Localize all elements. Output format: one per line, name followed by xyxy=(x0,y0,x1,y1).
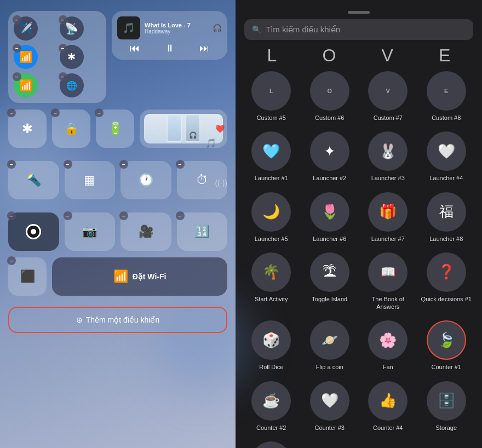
grid-item[interactable]: ✦Launcher #2 xyxy=(303,131,357,182)
heart-float: ❤️ xyxy=(215,124,225,133)
media-card: 🎵 What Is Love - 7 Haddaway 🎧 ⏮ ⏸ ⏭ xyxy=(112,11,227,60)
cellular-btn[interactable]: − 📶 xyxy=(14,73,38,97)
note-icon: 🎵 xyxy=(205,138,216,148)
signal-icon: ((·)) xyxy=(215,179,227,187)
search-bar[interactable]: 🔍 Tìm kiếm điều khiển xyxy=(244,19,473,40)
prev-btn[interactable]: ⏮ xyxy=(130,43,140,54)
hotspot-btn[interactable]: − 🌐 xyxy=(60,73,84,97)
grid-item-label: The Book of Answers xyxy=(361,295,415,311)
media-top: 🎵 What Is Love - 7 Haddaway 🎧 xyxy=(117,16,222,39)
grid-item-label: Storage xyxy=(435,424,457,432)
grid-item[interactable]: ❓Quick decisions #1 xyxy=(420,252,474,311)
grid-item[interactable]: 📖The Book of Answers xyxy=(361,252,415,311)
calculator-btn[interactable]: − 🔢 xyxy=(177,212,228,251)
grid-item[interactable]: 👍Counter #4 xyxy=(361,381,415,432)
grid-item-label: Custom #7 xyxy=(374,114,403,122)
search-placeholder: Tìm kiếm điều khiển xyxy=(266,25,340,35)
minus-badge7: − xyxy=(7,108,16,117)
screen-record-btn[interactable]: − xyxy=(8,212,59,251)
grid-scroll[interactable]: LCustom #5OCustom #6VCustom #7ECustom #8… xyxy=(236,68,482,448)
grid-item-label: Toggle Island xyxy=(312,295,347,303)
grid-item-label: Fan xyxy=(383,363,393,371)
grid-item[interactable]: 🍃Counter #1 xyxy=(420,320,474,371)
minus-badge5: − xyxy=(13,72,21,81)
left-panel: − ✈️ − 📡 − 📶 − ✱ − 📶 xyxy=(0,0,236,448)
lock-rotation-btn[interactable]: − 🔒 xyxy=(52,110,90,148)
bt-single-btn[interactable]: − ✱ xyxy=(8,110,47,148)
grid-item[interactable]: 🌷Launcher #6 xyxy=(303,192,357,243)
grid-item[interactable]: 🏝Toggle Island xyxy=(303,252,357,311)
minus-badge15: − xyxy=(64,211,72,220)
camera-btn[interactable]: − 📷 xyxy=(65,212,116,251)
icon-grid: LCustom #5OCustom #6VCustom #7ECustom #8… xyxy=(244,71,473,448)
minus-badge14: − xyxy=(7,211,16,220)
minus-badge2: − xyxy=(59,15,67,24)
minus-badge4: − xyxy=(59,44,67,53)
battery-btn[interactable]: − 🔋 xyxy=(96,110,134,148)
minus-badge11: − xyxy=(64,160,72,169)
four-btn-row: − 🔦 − ▦ − 🕐 − ⏱ xyxy=(8,161,227,199)
grid-item[interactable]: 🌴Start Activity xyxy=(244,252,299,311)
grid-item[interactable]: 🤍Counter #3 xyxy=(303,381,357,432)
grid-item[interactable]: ECustom #8 xyxy=(420,71,474,122)
grid-item-label: Custom #6 xyxy=(315,114,344,122)
grid-icon-circle: 🌷 xyxy=(310,192,349,232)
grid-item-label: Counter #2 xyxy=(256,424,286,432)
brightness-row: − ✱ − 🔒 − 🔋 🎧 ❤️ xyxy=(8,110,227,148)
video-btn[interactable]: − 🎥 xyxy=(120,212,171,251)
minus-badge17: − xyxy=(176,211,185,220)
grid-icon-circle: ✦ xyxy=(310,131,349,171)
add-control-label: Thêm một điều khiển xyxy=(86,315,159,324)
play-btn[interactable]: ⏸ xyxy=(165,43,175,54)
grid-icon-circle: 🤍 xyxy=(310,381,349,421)
bluetooth-btn[interactable]: − ✱ xyxy=(60,45,84,69)
bt-icon: ✱ xyxy=(22,121,33,136)
grid-item-label: Launcher #8 xyxy=(429,235,463,243)
flashlight-btn[interactable]: − 🔦 xyxy=(8,161,59,199)
grid-item[interactable]: 🤍Launcher #4 xyxy=(420,131,474,182)
grid-item[interactable]: OCustom #6 xyxy=(303,71,357,122)
grid-item-label: Launcher #2 xyxy=(313,174,346,182)
grid-icon-circle: 🗄️ xyxy=(427,381,466,421)
clock-btn[interactable]: − 🕐 xyxy=(120,161,171,199)
letter-row: L O V E xyxy=(236,45,482,68)
screen-crop-btn[interactable]: − ⬛ xyxy=(8,257,47,296)
grid-icon-circle: O xyxy=(310,71,349,111)
search-bar-area: 🔍 Tìm kiếm điều khiển xyxy=(236,0,482,45)
grid-item[interactable]: ☕Counter #2 xyxy=(244,381,299,432)
letter-L: L xyxy=(267,45,277,66)
grid-item[interactable]: VCustom #7 xyxy=(361,71,415,122)
grid-item-label: Counter #4 xyxy=(373,424,403,432)
minus-badge16: − xyxy=(119,211,128,220)
wifi-settings-btn[interactable]: 📶 Đặt Wi-Fi xyxy=(52,257,227,296)
grid-item[interactable]: 🌸Fan xyxy=(361,320,415,371)
grid-icon-circle: 👍 xyxy=(368,381,408,421)
qr-btn[interactable]: − ▦ xyxy=(65,161,116,199)
next-btn[interactable]: ⏭ xyxy=(199,43,209,54)
wifi-large-label: Đặt Wi-Fi xyxy=(133,272,167,281)
grid-item[interactable]: 福Launcher #8 xyxy=(420,192,474,243)
airplane-btn[interactable]: − ✈️ xyxy=(14,16,38,41)
grid-item[interactable]: 🎲Roll Dice xyxy=(244,320,299,371)
screen-row: − − 📷 − 🎥 − 🔢 xyxy=(8,212,227,251)
minus-badge3: − xyxy=(13,44,21,53)
add-control-btn[interactable]: ⊕ Thêm một điều khiển xyxy=(8,307,227,333)
airdrop-btn[interactable]: − 📡 xyxy=(60,16,84,41)
grid-item[interactable]: 🌙Launcher #5 xyxy=(244,192,299,243)
grid-item-label: Launcher #6 xyxy=(313,235,346,243)
grid-item[interactable]: 🗄️Storage xyxy=(420,381,474,432)
wifi-btn[interactable]: − 📶 xyxy=(14,45,38,69)
grid-item[interactable]: 🪐Flip a coin xyxy=(303,320,357,371)
grid-icon-circle: 🎁 xyxy=(368,192,408,232)
grid-icon-circle: 🎲 xyxy=(251,320,291,360)
grid-item[interactable]: 🍎System xyxy=(244,441,299,448)
media-controls: ⏮ ⏸ ⏭ xyxy=(117,43,222,54)
letter-E: E xyxy=(439,45,450,66)
grid-icon-circle: L xyxy=(251,71,291,111)
grid-item[interactable]: 🎁Launcher #7 xyxy=(361,192,415,243)
grid-item[interactable]: 🩵Launcher #1 xyxy=(244,131,299,182)
grid-item[interactable]: LCustom #5 xyxy=(244,71,299,122)
album-art: 🎵 xyxy=(117,16,140,39)
grid-item-label: Launcher #3 xyxy=(371,174,405,182)
grid-item[interactable]: 🐰Launcher #3 xyxy=(361,131,415,182)
